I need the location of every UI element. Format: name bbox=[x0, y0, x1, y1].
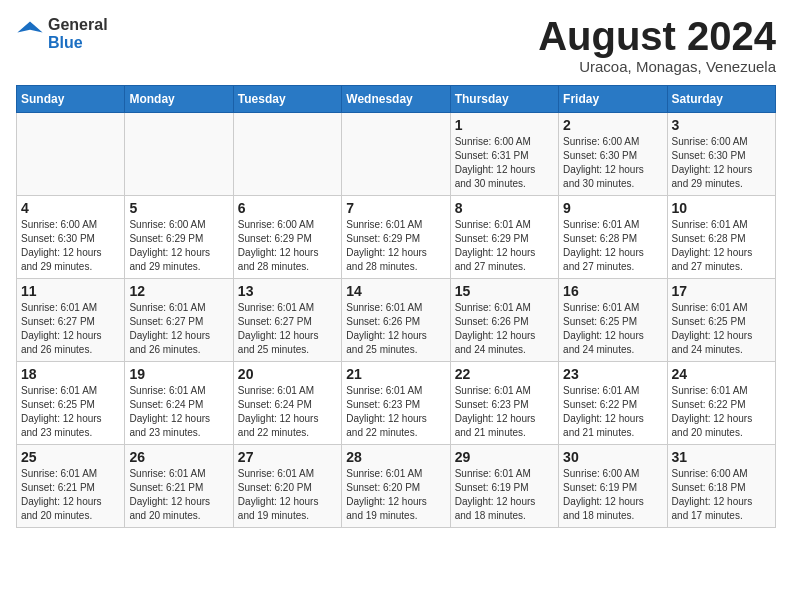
calendar-week-row: 18Sunrise: 6:01 AM Sunset: 6:25 PM Dayli… bbox=[17, 362, 776, 445]
day-info: Sunrise: 6:01 AM Sunset: 6:29 PM Dayligh… bbox=[346, 218, 445, 274]
logo-general-label: General bbox=[48, 16, 108, 34]
day-number: 16 bbox=[563, 283, 662, 299]
day-info: Sunrise: 6:00 AM Sunset: 6:30 PM Dayligh… bbox=[672, 135, 771, 191]
location-label: Uracoa, Monagas, Venezuela bbox=[538, 58, 776, 75]
weekday-header-friday: Friday bbox=[559, 86, 667, 113]
calendar-cell: 30Sunrise: 6:00 AM Sunset: 6:19 PM Dayli… bbox=[559, 445, 667, 528]
calendar-cell: 12Sunrise: 6:01 AM Sunset: 6:27 PM Dayli… bbox=[125, 279, 233, 362]
calendar-cell: 17Sunrise: 6:01 AM Sunset: 6:25 PM Dayli… bbox=[667, 279, 775, 362]
day-number: 5 bbox=[129, 200, 228, 216]
weekday-header-monday: Monday bbox=[125, 86, 233, 113]
day-info: Sunrise: 6:01 AM Sunset: 6:25 PM Dayligh… bbox=[21, 384, 120, 440]
day-info: Sunrise: 6:00 AM Sunset: 6:29 PM Dayligh… bbox=[129, 218, 228, 274]
day-number: 25 bbox=[21, 449, 120, 465]
logo: General Blue bbox=[16, 16, 108, 51]
day-info: Sunrise: 6:01 AM Sunset: 6:27 PM Dayligh… bbox=[21, 301, 120, 357]
day-info: Sunrise: 6:01 AM Sunset: 6:20 PM Dayligh… bbox=[238, 467, 337, 523]
calendar-cell: 31Sunrise: 6:00 AM Sunset: 6:18 PM Dayli… bbox=[667, 445, 775, 528]
calendar-cell: 9Sunrise: 6:01 AM Sunset: 6:28 PM Daylig… bbox=[559, 196, 667, 279]
calendar-cell: 3Sunrise: 6:00 AM Sunset: 6:30 PM Daylig… bbox=[667, 113, 775, 196]
day-number: 11 bbox=[21, 283, 120, 299]
logo-blue-label: Blue bbox=[48, 34, 108, 52]
calendar-cell: 28Sunrise: 6:01 AM Sunset: 6:20 PM Dayli… bbox=[342, 445, 450, 528]
day-info: Sunrise: 6:00 AM Sunset: 6:30 PM Dayligh… bbox=[21, 218, 120, 274]
calendar-cell bbox=[17, 113, 125, 196]
day-info: Sunrise: 6:01 AM Sunset: 6:25 PM Dayligh… bbox=[672, 301, 771, 357]
logo-icon bbox=[16, 20, 44, 48]
calendar-cell: 23Sunrise: 6:01 AM Sunset: 6:22 PM Dayli… bbox=[559, 362, 667, 445]
calendar-week-row: 4Sunrise: 6:00 AM Sunset: 6:30 PM Daylig… bbox=[17, 196, 776, 279]
day-number: 10 bbox=[672, 200, 771, 216]
calendar-cell: 29Sunrise: 6:01 AM Sunset: 6:19 PM Dayli… bbox=[450, 445, 558, 528]
day-number: 4 bbox=[21, 200, 120, 216]
day-info: Sunrise: 6:01 AM Sunset: 6:28 PM Dayligh… bbox=[672, 218, 771, 274]
weekday-header-wednesday: Wednesday bbox=[342, 86, 450, 113]
calendar-cell: 25Sunrise: 6:01 AM Sunset: 6:21 PM Dayli… bbox=[17, 445, 125, 528]
day-info: Sunrise: 6:00 AM Sunset: 6:31 PM Dayligh… bbox=[455, 135, 554, 191]
day-info: Sunrise: 6:01 AM Sunset: 6:19 PM Dayligh… bbox=[455, 467, 554, 523]
day-info: Sunrise: 6:01 AM Sunset: 6:23 PM Dayligh… bbox=[455, 384, 554, 440]
day-info: Sunrise: 6:00 AM Sunset: 6:30 PM Dayligh… bbox=[563, 135, 662, 191]
day-info: Sunrise: 6:01 AM Sunset: 6:20 PM Dayligh… bbox=[346, 467, 445, 523]
day-info: Sunrise: 6:01 AM Sunset: 6:26 PM Dayligh… bbox=[455, 301, 554, 357]
day-number: 12 bbox=[129, 283, 228, 299]
calendar-cell: 2Sunrise: 6:00 AM Sunset: 6:30 PM Daylig… bbox=[559, 113, 667, 196]
day-info: Sunrise: 6:00 AM Sunset: 6:18 PM Dayligh… bbox=[672, 467, 771, 523]
day-info: Sunrise: 6:01 AM Sunset: 6:29 PM Dayligh… bbox=[455, 218, 554, 274]
calendar-cell: 22Sunrise: 6:01 AM Sunset: 6:23 PM Dayli… bbox=[450, 362, 558, 445]
day-info: Sunrise: 6:01 AM Sunset: 6:28 PM Dayligh… bbox=[563, 218, 662, 274]
page-header: General Blue August 2024 Uracoa, Monagas… bbox=[16, 16, 776, 75]
day-number: 13 bbox=[238, 283, 337, 299]
calendar-cell: 13Sunrise: 6:01 AM Sunset: 6:27 PM Dayli… bbox=[233, 279, 341, 362]
day-number: 21 bbox=[346, 366, 445, 382]
day-number: 9 bbox=[563, 200, 662, 216]
calendar-cell bbox=[342, 113, 450, 196]
weekday-header-row: SundayMondayTuesdayWednesdayThursdayFrid… bbox=[17, 86, 776, 113]
title-block: August 2024 Uracoa, Monagas, Venezuela bbox=[538, 16, 776, 75]
calendar-cell bbox=[233, 113, 341, 196]
day-number: 23 bbox=[563, 366, 662, 382]
calendar-cell: 5Sunrise: 6:00 AM Sunset: 6:29 PM Daylig… bbox=[125, 196, 233, 279]
calendar-cell: 10Sunrise: 6:01 AM Sunset: 6:28 PM Dayli… bbox=[667, 196, 775, 279]
day-number: 28 bbox=[346, 449, 445, 465]
calendar-cell bbox=[125, 113, 233, 196]
calendar-cell: 27Sunrise: 6:01 AM Sunset: 6:20 PM Dayli… bbox=[233, 445, 341, 528]
day-number: 20 bbox=[238, 366, 337, 382]
calendar-cell: 11Sunrise: 6:01 AM Sunset: 6:27 PM Dayli… bbox=[17, 279, 125, 362]
calendar-cell: 26Sunrise: 6:01 AM Sunset: 6:21 PM Dayli… bbox=[125, 445, 233, 528]
day-info: Sunrise: 6:01 AM Sunset: 6:26 PM Dayligh… bbox=[346, 301, 445, 357]
day-info: Sunrise: 6:01 AM Sunset: 6:21 PM Dayligh… bbox=[21, 467, 120, 523]
weekday-header-thursday: Thursday bbox=[450, 86, 558, 113]
weekday-header-tuesday: Tuesday bbox=[233, 86, 341, 113]
calendar-cell: 16Sunrise: 6:01 AM Sunset: 6:25 PM Dayli… bbox=[559, 279, 667, 362]
calendar-week-row: 1Sunrise: 6:00 AM Sunset: 6:31 PM Daylig… bbox=[17, 113, 776, 196]
day-number: 2 bbox=[563, 117, 662, 133]
day-number: 29 bbox=[455, 449, 554, 465]
calendar-cell: 4Sunrise: 6:00 AM Sunset: 6:30 PM Daylig… bbox=[17, 196, 125, 279]
calendar-cell: 18Sunrise: 6:01 AM Sunset: 6:25 PM Dayli… bbox=[17, 362, 125, 445]
calendar-week-row: 11Sunrise: 6:01 AM Sunset: 6:27 PM Dayli… bbox=[17, 279, 776, 362]
calendar-cell: 21Sunrise: 6:01 AM Sunset: 6:23 PM Dayli… bbox=[342, 362, 450, 445]
day-info: Sunrise: 6:00 AM Sunset: 6:29 PM Dayligh… bbox=[238, 218, 337, 274]
day-number: 15 bbox=[455, 283, 554, 299]
day-number: 31 bbox=[672, 449, 771, 465]
day-info: Sunrise: 6:01 AM Sunset: 6:22 PM Dayligh… bbox=[672, 384, 771, 440]
day-number: 30 bbox=[563, 449, 662, 465]
day-number: 17 bbox=[672, 283, 771, 299]
calendar-cell: 15Sunrise: 6:01 AM Sunset: 6:26 PM Dayli… bbox=[450, 279, 558, 362]
day-info: Sunrise: 6:00 AM Sunset: 6:19 PM Dayligh… bbox=[563, 467, 662, 523]
day-number: 27 bbox=[238, 449, 337, 465]
calendar-table: SundayMondayTuesdayWednesdayThursdayFrid… bbox=[16, 85, 776, 528]
day-info: Sunrise: 6:01 AM Sunset: 6:22 PM Dayligh… bbox=[563, 384, 662, 440]
day-info: Sunrise: 6:01 AM Sunset: 6:21 PM Dayligh… bbox=[129, 467, 228, 523]
calendar-cell: 7Sunrise: 6:01 AM Sunset: 6:29 PM Daylig… bbox=[342, 196, 450, 279]
day-info: Sunrise: 6:01 AM Sunset: 6:24 PM Dayligh… bbox=[238, 384, 337, 440]
calendar-week-row: 25Sunrise: 6:01 AM Sunset: 6:21 PM Dayli… bbox=[17, 445, 776, 528]
day-number: 14 bbox=[346, 283, 445, 299]
day-info: Sunrise: 6:01 AM Sunset: 6:27 PM Dayligh… bbox=[129, 301, 228, 357]
calendar-cell: 24Sunrise: 6:01 AM Sunset: 6:22 PM Dayli… bbox=[667, 362, 775, 445]
day-number: 24 bbox=[672, 366, 771, 382]
day-number: 22 bbox=[455, 366, 554, 382]
day-number: 8 bbox=[455, 200, 554, 216]
day-number: 6 bbox=[238, 200, 337, 216]
